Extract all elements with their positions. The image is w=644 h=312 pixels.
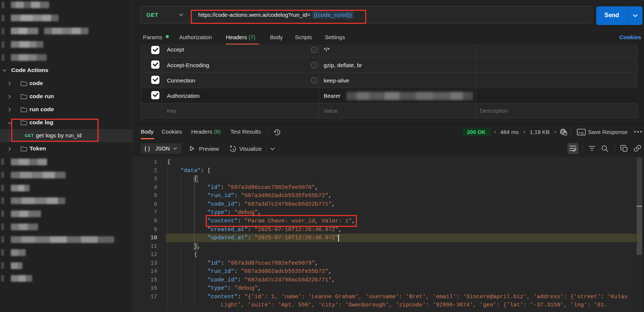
svg-text:e.g.: e.g.: [578, 131, 584, 134]
